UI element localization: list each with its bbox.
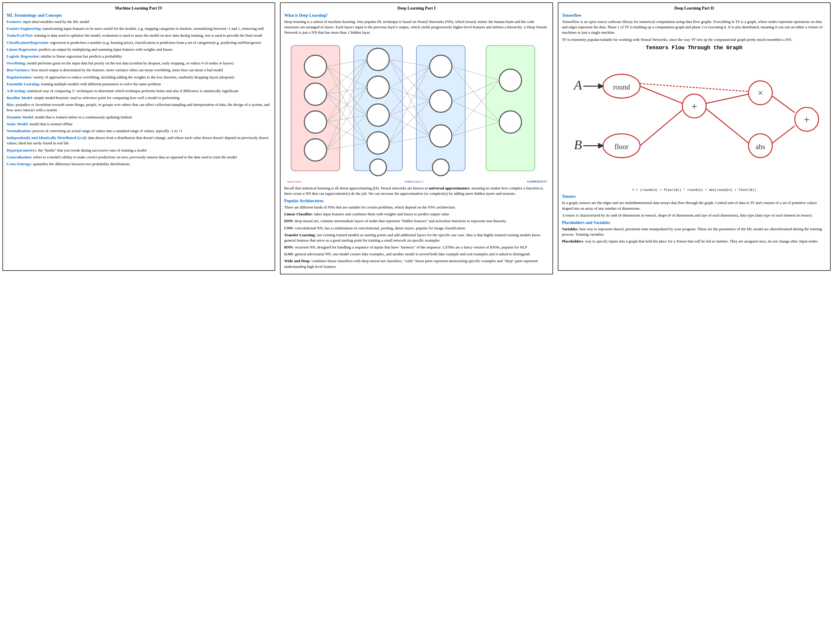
ml-entry: Hyperparameters: the "knobs" that you tw… [6,148,271,153]
ml-entry: Dynamic Model: model that is trained onl… [6,114,271,120]
svg-text:+: + [804,114,809,126]
tensors-text1: In a graph, tensors are the edges and ar… [562,200,827,211]
svg-line-70 [640,110,682,146]
ml-entry: Generalization: refers to a model's abil… [6,155,271,160]
svg-point-4 [304,55,327,77]
svg-point-11 [367,132,389,154]
ml-entry: Static Model: model that is trained offl… [6,121,271,127]
ml-entries-container: Features: input data/variables used by t… [6,19,271,167]
svg-point-13 [429,55,452,77]
tensorflow-title: Tensorflow [562,13,827,18]
arch-entry: RNN: recurrent NN, designed for handling… [284,245,548,250]
universal-text: Recall that statistical learning is all … [284,185,548,196]
tensorflow-text1: Tensorflow is an open source software li… [562,19,827,35]
graph-equation: Y = (round(A) + floor(B)) * round(A) + a… [562,188,827,192]
ml-entry: A/B testing: statistical way of comparin… [6,88,271,93]
placeholders-text: Placeholders: way to specify inputs into… [562,238,827,244]
panel-dl-part1: Deep Learning Part I What is Deep Learni… [280,2,553,274]
hidden1-label: hidden layer 1 [405,180,424,183]
ml-entry: Normalization: process of converting an … [6,128,271,134]
tensors-text2: A tensor is characterized by its rank (#… [562,213,827,218]
svg-point-9 [367,76,389,98]
svg-point-15 [429,125,452,147]
panel1-title: Machine Learning Part IV [6,6,271,11]
graph-title: Tensors Flow Through the Graph [562,45,827,51]
svg-line-72 [640,84,748,92]
svg-text:abs: abs [756,142,765,150]
placeholders-title: Placeholders and Variables [562,221,827,225]
svg-point-18 [499,111,522,133]
svg-point-8 [367,48,389,71]
arch-entry: Linear Classifier: takes input features … [284,211,548,217]
svg-text:B: B [574,137,582,152]
ml-entry: Linear Regression: predicts an output by… [6,47,271,52]
svg-point-10 [367,104,389,126]
svg-line-73 [706,109,748,143]
pop-arch-title: Popular Architectures [284,199,548,203]
panel-ml-part4: Machine Learning Part IV ML Terminology … [2,2,275,271]
svg-line-75 [772,126,794,143]
arch-entry: Transfer Learning: use existing trained … [284,232,548,243]
svg-point-14 [429,90,452,112]
panel2-title: Deep Learning Part I [284,6,548,11]
arch-entry: DNN: deep neural net, contains intermedi… [284,218,548,224]
svg-point-5 [304,83,327,105]
ml-entry: Cross-Entropy: quantifies the difference… [6,161,271,167]
nn-diagram: input layer hidden layer 1 hidden layer … [284,39,548,182]
ml-entry: Baseline Model: simple model/heuristic u… [6,95,271,100]
what-is-dl-text: Deep learning is a subset of machine lea… [284,19,548,35]
svg-line-71 [706,94,748,103]
svg-line-69 [640,86,682,103]
svg-text:×: × [757,88,763,98]
svg-rect-3 [486,45,535,171]
svg-point-7 [304,139,327,161]
ml-entry: Features: input data/variables used by t… [6,19,271,24]
ml-entry: Feature Engineering: transforming input … [6,26,271,31]
ml-entry: Classification/Regression: regression is… [6,40,271,45]
input-layer-label: input layer [287,180,301,183]
ml-entry: Independently and Identically Distribute… [6,135,271,146]
svg-line-74 [772,96,794,113]
tensorflow-text2: TF is extremely popular/suitable for wor… [562,37,827,42]
section1-title: ML Terminology and Concepts [6,13,271,18]
panel3-title: Deep Learning Part II [562,6,827,11]
arch-entry: CNN: convolutional NN, has a combination… [284,225,548,231]
svg-point-6 [304,111,327,133]
arch-entries-container: Linear Classifier: takes input features … [284,211,548,269]
tensors-title: Tensors [562,194,827,199]
svg-point-17 [499,69,522,91]
variables-text: Variables: best way to represent shared,… [562,226,827,237]
svg-point-16 [433,159,449,176]
svg-text:round: round [613,83,630,91]
tf-graph: Tensors Flow Through the Graph A B round… [562,45,827,192]
arch-entry: GAN: general adversarial NN, one model c… [284,251,548,257]
pop-arch-intro: There are different kinds of NNs that ar… [284,204,548,210]
ml-entry: Train/Eval/Test: training is data used t… [6,33,271,38]
svg-text:A: A [573,77,582,92]
ml-entry: Bias: prejudice or favoritism towards so… [6,102,271,113]
output-label: output layer [532,179,547,182]
ml-entry: Bias/Variance: how much output is determ… [6,68,271,73]
panel-dl-part2: Deep Learning Part II Tensorflow Tensorf… [558,2,831,271]
what-is-dl-title: What is Deep Learning? [284,13,548,18]
svg-text:+: + [691,100,697,113]
svg-text:floor: floor [614,142,629,150]
ml-entry: Ensemble Learning: training multiple mod… [6,81,271,87]
arch-entry: Wide and Deep: combines linear classifie… [284,258,548,269]
ml-entry: Regularization: variety of approaches to… [6,74,271,80]
ml-entry: Logistic Regression: similar to linear r… [6,54,271,59]
svg-point-12 [370,159,387,176]
ml-entry: Overfitting: model performs great on the… [6,61,271,66]
